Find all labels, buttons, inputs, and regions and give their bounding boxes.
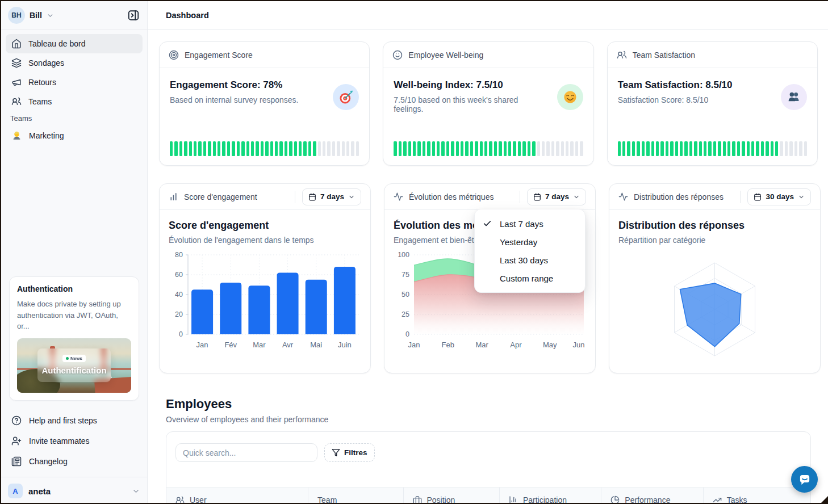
date-range-button[interactable]: 7 days <box>527 188 586 205</box>
topbar: Dashboard <box>148 1 828 30</box>
svg-text:Mar: Mar <box>475 341 488 349</box>
promo-overlay-card: News Authentification <box>37 348 111 383</box>
sidebar-item-tableau-de-bord[interactable]: Tableau de bord <box>6 34 143 53</box>
menu-item-yesterday[interactable]: Yesterday <box>475 233 585 251</box>
progress-segment <box>627 141 630 156</box>
progress-segment <box>470 141 473 156</box>
progress-segment <box>227 141 230 156</box>
progress-segment <box>399 141 402 156</box>
chart-subtitle: Répartition par catégorie <box>618 236 811 245</box>
briefcase-icon <box>413 495 422 503</box>
progress-segment <box>566 141 568 156</box>
calendar-icon <box>533 193 541 201</box>
sidebar-item-sondages[interactable]: Sondages <box>6 53 143 73</box>
progress-segment <box>265 141 268 156</box>
sidebar-item-marketing[interactable]: Marketing <box>6 127 143 144</box>
date-range-label: 30 days <box>766 192 794 201</box>
progress-segment <box>285 141 287 156</box>
promo-card[interactable]: Authentication Make docs private by sett… <box>9 276 139 401</box>
column-header-tasks[interactable]: Tasks <box>703 488 810 503</box>
progress-bar <box>170 141 359 156</box>
column-header-performance[interactable]: Performance <box>601 488 702 503</box>
calendar-icon <box>308 193 316 201</box>
svg-text:60: 60 <box>175 271 183 279</box>
date-range-button[interactable]: 30 days <box>747 188 811 205</box>
column-label: Participation <box>523 495 567 503</box>
menu-item-last-7-days[interactable]: Last 7 days <box>475 215 585 233</box>
progress-segment <box>494 141 497 156</box>
progress-segment <box>323 141 325 156</box>
menu-item-last-30-days[interactable]: Last 30 days <box>475 251 585 269</box>
chevron-down-icon <box>348 194 355 200</box>
chevron-down-icon <box>47 12 54 19</box>
menu-item-label: Yesterday <box>500 237 537 247</box>
search-input[interactable] <box>175 443 317 462</box>
progress-segment <box>718 141 721 156</box>
sidebar-item-label: Sondages <box>28 58 64 68</box>
page-title: Dashboard <box>166 11 209 20</box>
column-header-team[interactable]: Team <box>308 488 403 503</box>
sidebar-item-retours[interactable]: Retours <box>6 73 143 92</box>
progress-bar <box>618 141 807 156</box>
progress-segment <box>780 141 783 156</box>
column-header-user[interactable]: User <box>166 488 308 503</box>
progress-segment <box>327 141 330 156</box>
progress-segment <box>646 141 649 156</box>
filters-button[interactable]: Filtres <box>324 443 375 462</box>
column-header-position[interactable]: Position <box>403 488 499 503</box>
progress-segment <box>499 141 501 156</box>
date-range-button[interactable]: 7 days <box>302 188 361 205</box>
progress-segment <box>313 141 316 156</box>
progress-segment <box>337 141 340 156</box>
progress-segment <box>737 141 740 156</box>
chat-widget-button[interactable] <box>791 466 818 493</box>
stat-title: Team Satisfaction: 8.5/10 <box>618 79 807 91</box>
progress-segment <box>294 141 297 156</box>
stat-subtitle: Satisfaction Score: 8.5/10 <box>618 95 760 104</box>
svg-text:Apr: Apr <box>510 341 522 349</box>
promo-image[interactable]: News Authentification <box>17 338 131 393</box>
user-name: Bill <box>30 11 42 20</box>
stat-card-engagement: Engagement Score Engagement Score: 78% B… <box>159 41 370 166</box>
user-plus-icon <box>11 436 22 446</box>
sidebar-item-help-and-first-steps[interactable]: Help and first steps <box>6 413 143 428</box>
sidebar-item-label: Invite teammates <box>29 436 90 446</box>
progress-segment <box>660 141 663 156</box>
progress-segment <box>508 141 511 156</box>
target-icon <box>169 50 179 60</box>
stat-card-row: Engagement Score Engagement Score: 78% B… <box>159 41 818 166</box>
progress-segment <box>303 141 306 156</box>
progress-segment <box>423 141 425 156</box>
column-label: Position <box>427 495 455 503</box>
sidebar-item-teams[interactable]: Teams <box>6 92 143 111</box>
progress-segment <box>275 141 278 156</box>
sidebar-item-changelog[interactable]: Changelog <box>6 454 143 469</box>
progress-segment <box>751 141 754 156</box>
progress-segment <box>642 141 645 156</box>
column-header-participation[interactable]: Participation <box>499 488 601 503</box>
progress-segment <box>403 141 406 156</box>
progress-segment <box>456 141 459 156</box>
progress-segment <box>408 141 411 156</box>
card-header-label: Employee Well-being <box>408 51 483 60</box>
filters-label: Filtres <box>344 448 367 457</box>
progress-segment <box>346 141 349 156</box>
progress-segment <box>256 141 258 156</box>
workspace-switcher[interactable]: A aneta <box>8 481 140 501</box>
progress-segment <box>775 141 778 156</box>
menu-item-custom-range[interactable]: Custom range <box>475 269 585 287</box>
sidebar-item-invite-teammates[interactable]: Invite teammates <box>6 434 143 448</box>
svg-text:20: 20 <box>175 310 183 318</box>
sidebar-item-label: Teams <box>28 97 52 106</box>
progress-segment <box>480 141 483 156</box>
chart-title: Distribution des réponses <box>618 220 811 232</box>
progress-segment <box>742 141 745 156</box>
progress-segment <box>575 141 578 156</box>
progress-segment <box>213 141 216 156</box>
sidebar-collapse-button[interactable] <box>126 7 141 23</box>
menu-item-label: Last 7 days <box>500 219 543 229</box>
sidebar-nav: Tableau de bordSondagesRetoursTeams <box>6 34 143 111</box>
progress-segment <box>270 141 273 156</box>
user-menu[interactable]: BH Bill <box>8 6 141 25</box>
progress-segment <box>351 141 354 156</box>
